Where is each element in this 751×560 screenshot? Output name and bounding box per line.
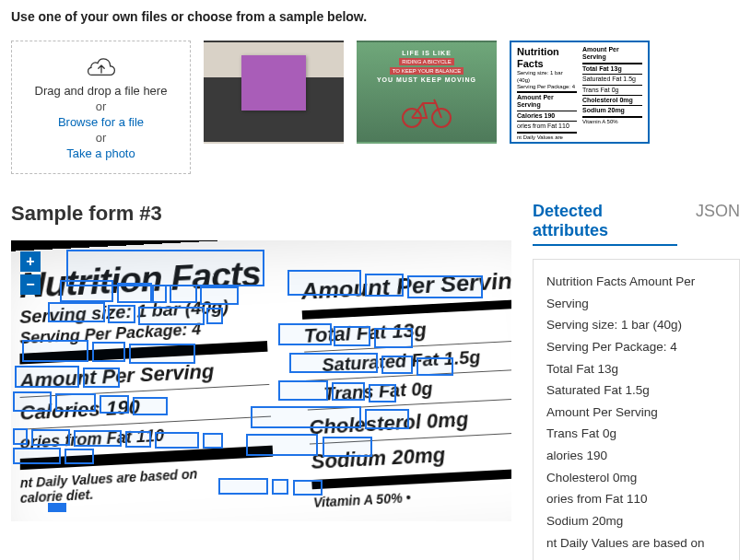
detection-box	[407, 275, 483, 298]
detection-box	[100, 395, 129, 414]
result-line: Nutrition Facts Amount Per Serving	[546, 271, 726, 314]
thumb-text: Cholesterol 0mg	[582, 97, 642, 104]
detection-box	[60, 280, 113, 302]
detection-box	[369, 384, 396, 402]
thumb-text: ories from Fat 110	[517, 122, 577, 130]
cloud-upload-icon	[87, 54, 116, 76]
detection-box	[272, 479, 288, 495]
detection-box	[65, 449, 94, 464]
detection-box	[278, 323, 332, 345]
thumb-text: Total Fat 13g	[582, 65, 642, 73]
samples-row: Drag and drop a file here or Browse for …	[11, 41, 740, 174]
detection-box	[203, 433, 223, 449]
sample2-line: LIFE IS LIKE	[402, 50, 452, 56]
result-line: Sodium 20mg	[546, 510, 726, 532]
detection-box	[334, 326, 370, 346]
detection-box	[55, 393, 96, 412]
thumb-text: Sodium 20mg	[582, 107, 642, 114]
detection-box	[289, 353, 378, 373]
detection-box	[13, 448, 61, 464]
detection-box	[48, 302, 105, 322]
detection-box	[278, 380, 328, 401]
sample-thumb-3[interactable]: Nutrition Facts Serving size: 1 bar (40g…	[510, 41, 650, 144]
result-line: nt Daily Values are based on	[546, 532, 726, 554]
detection-box	[332, 382, 365, 401]
detection-box	[13, 428, 28, 445]
result-line: Serving size: 1 bar (40g)	[546, 314, 726, 336]
sample2-line: RIDING A BICYCLE	[399, 58, 453, 65]
detection-box	[74, 430, 122, 447]
thumb-text: Saturated Fat 1.5g	[582, 76, 642, 83]
detection-box	[117, 283, 152, 303]
bicycle-icon	[399, 92, 454, 129]
results-panel: Nutrition Facts Amount Per Serving Servi…	[533, 259, 740, 560]
detection-box	[83, 368, 120, 388]
tab-json[interactable]: JSON	[696, 202, 740, 225]
drag-text: Drag and drop a file here	[35, 84, 168, 98]
detection-box	[200, 286, 239, 305]
thumb-text: nt Daily Values are based on	[517, 134, 577, 145]
minimap-indicator	[48, 503, 66, 512]
result-tabs: Detected attributes JSON	[533, 202, 740, 246]
purple-note	[241, 55, 306, 111]
thumb-text: Serving Per Package: 4	[517, 84, 577, 90]
sample-thumb-1[interactable]	[204, 41, 344, 144]
thumb-text: Amount Per Serving	[582, 46, 642, 62]
result-line: Trans Fat 0g	[546, 423, 726, 445]
sample2-line: TO KEEP YOUR BALANCE	[390, 67, 464, 75]
thumb-text: Calories 190	[517, 112, 577, 120]
detection-box	[138, 307, 205, 325]
result-line: Serving Per Package: 4	[546, 336, 726, 358]
detection-box	[246, 434, 318, 456]
detection-box	[31, 429, 70, 446]
detection-box	[170, 285, 197, 303]
zoom-out-button[interactable]: −	[20, 274, 41, 295]
detection-box	[374, 328, 413, 348]
result-line: Saturated Fat 1.5g	[546, 379, 726, 402]
detection-box	[381, 356, 413, 374]
or-text: or	[96, 99, 107, 113]
detection-box	[323, 437, 372, 457]
browse-link[interactable]: Browse for a file	[58, 115, 144, 129]
result-line: Amount Per Serving	[546, 402, 726, 424]
take-photo-link[interactable]: Take a photo	[66, 146, 135, 160]
detection-box	[365, 274, 404, 297]
sample-title: Sample form #3	[11, 202, 514, 226]
detection-box	[251, 406, 361, 428]
detection-box	[293, 480, 323, 496]
or-text-2: or	[96, 131, 107, 145]
thumb-text: Vitamin A 50%	[582, 119, 642, 125]
result-line: ories from Fat 110	[546, 488, 726, 510]
file-dropzone[interactable]: Drag and drop a file here or Browse for …	[11, 41, 191, 174]
instruction-text: Use one of your own files or choose from…	[11, 9, 740, 24]
thumb-text: Serving size: 1 bar (40g)	[517, 70, 577, 83]
detection-box	[152, 285, 167, 303]
detection-box	[206, 308, 223, 324]
thumb-text: Trans Fat 0g	[582, 87, 642, 94]
detection-box	[22, 340, 88, 362]
detection-box	[92, 342, 125, 362]
detection-box	[365, 409, 409, 429]
sample-thumb-2[interactable]: LIFE IS LIKE RIDING A BICYCLE TO KEEP YO…	[357, 41, 497, 144]
detection-box	[13, 391, 52, 412]
result-line: Cholesterol 0mg	[546, 467, 726, 489]
tab-detected-attributes[interactable]: Detected attributes	[533, 202, 677, 246]
detection-box	[15, 366, 79, 388]
result-line: alories 190	[546, 445, 726, 467]
detection-box	[129, 344, 195, 364]
detection-box	[155, 432, 199, 449]
zoom-in-button[interactable]: +	[20, 251, 41, 272]
result-line: Vitamin A 50%	[546, 554, 726, 560]
detection-box	[287, 270, 361, 296]
thumb-text: Amount Per Serving	[517, 94, 577, 110]
detection-box	[417, 357, 453, 376]
image-viewer[interactable]: + − Nutrition Facts Serving size: 1 bar …	[11, 240, 511, 521]
thumb-text: Nutrition Facts	[517, 46, 577, 70]
detection-box	[218, 478, 268, 495]
detection-box	[125, 431, 151, 448]
detection-box	[133, 397, 168, 415]
sample2-line: YOU MUST KEEP MOVING	[377, 76, 476, 83]
detection-box	[108, 305, 135, 323]
result-line: Total Fat 13g	[546, 358, 726, 380]
